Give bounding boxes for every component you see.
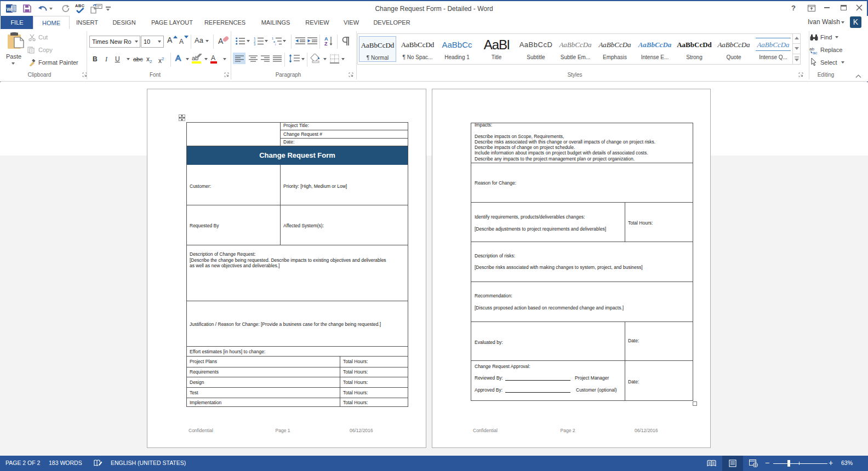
svg-text:i: i xyxy=(275,43,276,45)
svg-text:W: W xyxy=(7,7,12,12)
svg-text:ac: ac xyxy=(813,50,817,54)
svg-text:A: A xyxy=(218,37,224,45)
svg-text:Z: Z xyxy=(324,41,328,46)
svg-text:3: 3 xyxy=(254,43,256,45)
